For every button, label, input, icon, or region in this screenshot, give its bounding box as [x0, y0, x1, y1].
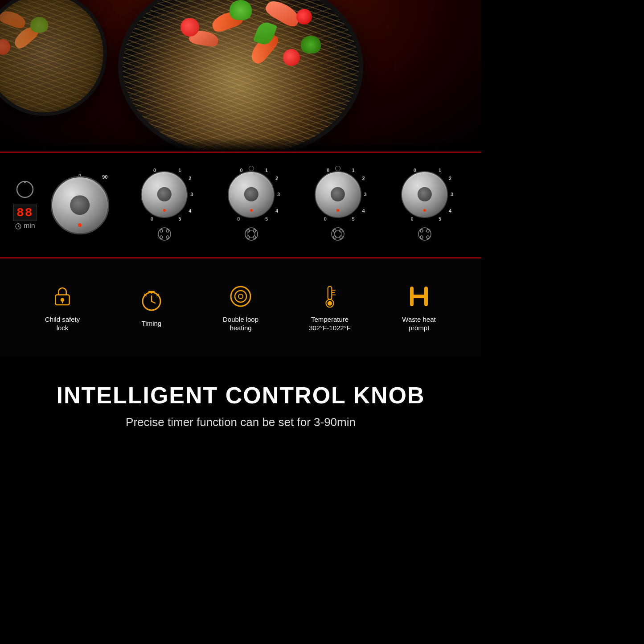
child-safety-lock-label: Child safety lock — [45, 315, 80, 332]
timer-outer-icon — [16, 180, 34, 203]
burner-knob-2-scale: 0 1 2 3 4 5 0 — [223, 167, 279, 222]
dish-left — [0, 0, 107, 116]
burner-knob-3[interactable] — [315, 171, 361, 218]
scale-90: 90 — [102, 174, 107, 180]
timer-knob-scale: 0 90 45 — [45, 171, 115, 240]
svg-point-18 — [332, 228, 344, 240]
waste-heat-prompt-label: Waste heat prompt — [402, 315, 435, 332]
timer-display: 88 min — [13, 180, 37, 230]
features-section: Child safety lock Timing — [0, 258, 481, 357]
food-section — [0, 0, 481, 152]
svg-point-26 — [427, 230, 429, 232]
temperature-label: Temperature 302°F-1022°F — [309, 315, 351, 332]
feature-waste-heat-prompt: Waste heat prompt — [386, 283, 452, 332]
thermometer-icon — [318, 283, 341, 310]
svg-point-19 — [334, 230, 341, 238]
svg-point-41 — [238, 294, 243, 299]
svg-rect-42 — [328, 286, 332, 299]
burner-knob-2-container: 0 1 2 3 4 5 0 — [223, 167, 279, 244]
timing-label: Timing — [142, 319, 161, 328]
svg-point-9 — [166, 230, 169, 232]
burner-knob-1-scale: 0 1 2 3 4 5 0 — [136, 167, 192, 222]
burner-icon-3 — [330, 226, 346, 244]
burner-knob-1[interactable] — [141, 171, 188, 218]
main-title: INTELLIGENT CONTROL KNOB — [56, 382, 425, 409]
feature-temperature: Temperature 302°F-1022°F — [296, 283, 363, 332]
svg-point-40 — [235, 291, 246, 302]
svg-point-24 — [418, 228, 431, 240]
svg-line-5 — [18, 226, 20, 227]
svg-point-11 — [166, 236, 169, 238]
text-section: INTELLIGENT CONTROL KNOB Precise timer f… — [0, 357, 481, 455]
svg-line-34 — [152, 301, 155, 303]
svg-point-7 — [158, 228, 171, 240]
feature-child-safety-lock: Child safety lock — [29, 283, 96, 332]
burner-icon-2 — [243, 226, 259, 244]
dish-center — [118, 0, 363, 152]
burner-knob-2[interactable] — [228, 171, 275, 218]
svg-point-12 — [245, 228, 258, 240]
svg-point-39 — [231, 287, 250, 306]
svg-point-25 — [420, 230, 423, 232]
burner-knob-4[interactable] — [401, 171, 448, 218]
burner-knob-3-container: 0 1 2 3 4 5 0 — [310, 167, 366, 244]
burner-knobs-group: 0 1 2 3 4 5 0 — [121, 167, 468, 244]
timer-digits: 88 — [13, 205, 37, 221]
waste-heat-icon — [407, 283, 431, 310]
svg-point-30 — [61, 298, 65, 302]
svg-point-0 — [17, 181, 33, 197]
svg-point-27 — [420, 236, 423, 238]
timer-unit: min — [15, 222, 35, 230]
burner-knob-4-container: 0 1 2 3 4 5 0 — [397, 167, 452, 244]
min-label: min — [24, 222, 35, 230]
svg-point-44 — [328, 301, 332, 305]
svg-point-8 — [160, 230, 163, 232]
feature-double-loop-heating: Double loop heating — [207, 283, 274, 332]
svg-point-10 — [160, 236, 163, 238]
burner-icon-1 — [156, 226, 172, 244]
ring-icon — [229, 283, 252, 310]
burner-knob-4-scale: 0 1 2 3 4 5 0 — [397, 167, 452, 222]
sub-title: Precise timer function can be set for 3-… — [126, 415, 356, 429]
timer-knob[interactable] — [51, 176, 109, 234]
lock-icon — [51, 283, 74, 310]
control-panel: 88 min 0 90 45 — [0, 152, 481, 258]
svg-point-28 — [427, 236, 429, 238]
burner-knob-3-scale: 0 1 2 3 4 5 0 — [310, 167, 366, 222]
svg-point-13 — [248, 230, 255, 238]
clock-icon — [140, 287, 163, 314]
feature-timing: Timing — [118, 287, 185, 328]
burner-icon-4 — [417, 226, 433, 244]
double-loop-heating-label: Double loop heating — [223, 315, 258, 332]
burner-knob-1-container: 0 1 2 3 4 5 0 — [136, 167, 192, 244]
timer-knob-container: 0 90 45 — [45, 171, 115, 240]
